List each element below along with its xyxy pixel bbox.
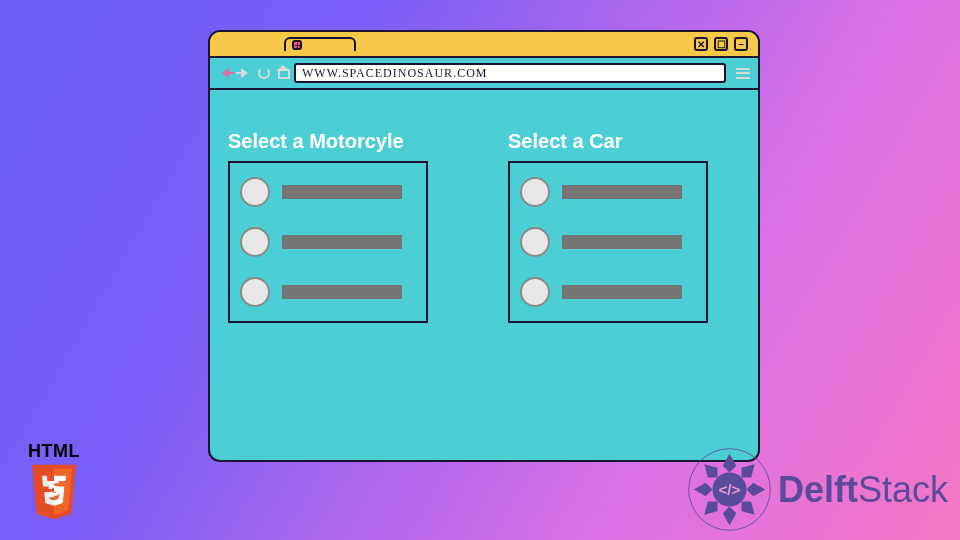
html5-shield-icon: 5 xyxy=(23,462,85,522)
option-placeholder xyxy=(562,185,682,199)
maximize-icon[interactable]: ☐ xyxy=(714,37,728,51)
option-box xyxy=(228,161,428,323)
delftstack-logo: </> DelftStack xyxy=(687,447,948,532)
close-icon[interactable]: ✕ xyxy=(694,37,708,51)
address-bar[interactable]: WWW.SPACEDINOSAUR.COM xyxy=(294,63,726,83)
content-area: Select a Motorcyle Select a Car xyxy=(210,90,758,363)
mandala-icon: </> xyxy=(687,447,772,532)
window-controls: ✕ ☐ – xyxy=(694,37,748,51)
option-row xyxy=(240,277,412,307)
tab-area xyxy=(284,37,356,51)
back-icon[interactable] xyxy=(218,66,233,81)
radio-button[interactable] xyxy=(240,177,270,207)
toolbar: WWW.SPACEDINOSAUR.COM xyxy=(210,58,758,90)
option-row xyxy=(240,227,412,257)
svg-text:5: 5 xyxy=(48,475,61,501)
option-row xyxy=(520,227,692,257)
motorcycle-panel: Select a Motorcyle xyxy=(228,130,428,323)
browser-tab[interactable] xyxy=(284,37,356,51)
option-placeholder xyxy=(562,285,682,299)
titlebar: ✕ ☐ – xyxy=(210,32,758,58)
car-panel: Select a Car xyxy=(508,130,708,323)
option-placeholder xyxy=(562,235,682,249)
radio-button[interactable] xyxy=(240,227,270,257)
option-placeholder xyxy=(282,185,402,199)
html5-badge: HTML 5 xyxy=(18,441,90,522)
option-row xyxy=(520,277,692,307)
option-placeholder xyxy=(282,285,402,299)
reload-icon[interactable] xyxy=(256,66,271,81)
browser-window: ✕ ☐ – WWW.SPACEDINOSAUR.COM Select a Mot… xyxy=(208,30,760,462)
option-placeholder xyxy=(282,235,402,249)
radio-button[interactable] xyxy=(520,277,550,307)
panel-title: Select a Motorcyle xyxy=(228,130,428,153)
radio-button[interactable] xyxy=(520,177,550,207)
option-row xyxy=(520,177,692,207)
option-row xyxy=(240,177,412,207)
html5-label: HTML xyxy=(18,441,90,462)
menu-icon[interactable] xyxy=(736,68,750,79)
option-box xyxy=(508,161,708,323)
delftstack-text: DelftStack xyxy=(778,469,948,511)
forward-icon[interactable] xyxy=(237,66,252,81)
new-tab-icon[interactable] xyxy=(292,40,302,50)
minimize-icon[interactable]: – xyxy=(734,37,748,51)
radio-button[interactable] xyxy=(520,227,550,257)
home-icon[interactable] xyxy=(275,66,290,81)
svg-text:</>: </> xyxy=(718,481,740,498)
panel-title: Select a Car xyxy=(508,130,708,153)
radio-button[interactable] xyxy=(240,277,270,307)
